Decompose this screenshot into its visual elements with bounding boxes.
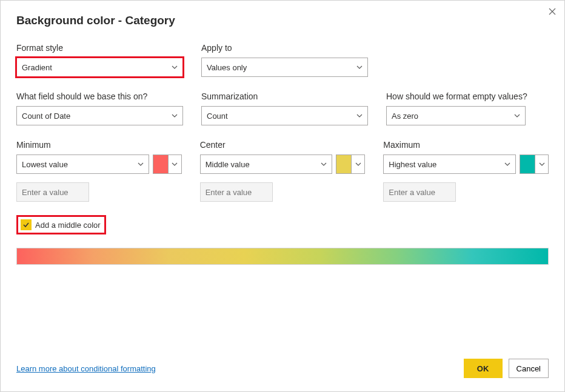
- format-style-dropdown[interactable]: Gradient: [16, 58, 183, 77]
- center-input[interactable]: [200, 182, 273, 202]
- maximum-label: Maximum: [383, 140, 549, 150]
- add-middle-color-row: Add a middle color: [16, 215, 106, 234]
- center-value: Middle value: [206, 160, 250, 169]
- chevron-down-icon: [138, 161, 144, 167]
- base-field-value: Count of Date: [22, 111, 70, 121]
- chevron-down-icon: [504, 161, 510, 167]
- minimum-label: Minimum: [16, 140, 182, 150]
- maximum-dropdown[interactable]: Highest value: [383, 154, 516, 174]
- add-middle-color-checkbox[interactable]: [21, 219, 32, 230]
- summarization-label: Summarization: [201, 91, 368, 101]
- minimum-dropdown[interactable]: Lowest value: [16, 154, 149, 174]
- minimum-value: Lowest value: [22, 160, 68, 169]
- summarization-dropdown[interactable]: Count: [201, 106, 368, 125]
- empty-format-dropdown[interactable]: As zero: [386, 106, 526, 125]
- center-label: Center: [200, 140, 366, 150]
- cancel-button[interactable]: Cancel: [509, 359, 549, 378]
- chevron-down-icon: [356, 113, 363, 119]
- base-field-dropdown[interactable]: Count of Date: [16, 106, 183, 125]
- maximum-input[interactable]: [383, 182, 456, 202]
- center-color-chevron[interactable]: [352, 154, 365, 174]
- chevron-down-icon: [172, 113, 178, 119]
- dialog-title: Background color - Category: [16, 14, 549, 27]
- maximum-color-swatch[interactable]: [520, 154, 535, 174]
- add-middle-color-label: Add a middle color: [35, 221, 101, 230]
- empty-format-value: As zero: [392, 111, 418, 121]
- close-icon[interactable]: [546, 5, 558, 18]
- maximum-color-chevron[interactable]: [535, 154, 549, 174]
- center-dropdown[interactable]: Middle value: [200, 154, 333, 174]
- chevron-down-icon: [356, 64, 363, 70]
- ok-button[interactable]: OK: [464, 359, 503, 378]
- chevron-down-icon: [321, 161, 327, 167]
- learn-more-link[interactable]: Learn more about conditional formatting: [16, 364, 156, 373]
- center-color-swatch[interactable]: [336, 154, 352, 174]
- chevron-down-icon: [172, 64, 178, 70]
- minimum-color-chevron[interactable]: [169, 154, 182, 174]
- apply-to-dropdown[interactable]: Values only: [201, 58, 368, 77]
- minimum-input[interactable]: [16, 182, 89, 202]
- apply-to-label: Apply to: [201, 43, 368, 53]
- summarization-value: Count: [207, 111, 228, 121]
- chevron-down-icon: [514, 113, 520, 119]
- maximum-value: Highest value: [389, 160, 436, 169]
- gradient-preview: [16, 248, 549, 265]
- apply-to-value: Values only: [207, 63, 247, 72]
- base-field-label: What field should we base this on?: [16, 91, 183, 101]
- minimum-color-swatch[interactable]: [153, 154, 169, 174]
- format-style-value: Gradient: [22, 63, 52, 72]
- empty-format-label: How should we format empty values?: [386, 91, 544, 101]
- format-style-label: Format style: [16, 43, 183, 53]
